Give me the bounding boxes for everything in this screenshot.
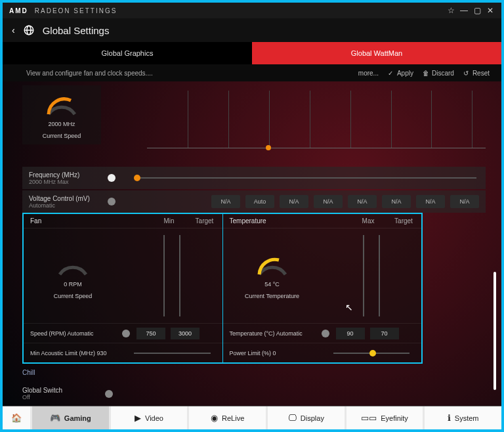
page-title: Global Settings [43,25,110,36]
temp-target-header: Target [386,217,421,225]
nav-video[interactable]: ▶Video [111,406,188,429]
nav-display[interactable]: 🖵Display [268,406,345,429]
tabs: Global Graphics Global WattMan [3,42,501,64]
tab-global-graphics[interactable]: Global Graphics [3,42,252,64]
voltage-option[interactable]: N/A [280,195,308,208]
reset-icon: ↺ [463,70,470,76]
power-slider[interactable] [333,353,410,354]
close-button[interactable]: ✕ [484,6,497,15]
back-button[interactable]: ‹ [12,25,15,35]
eyefinity-icon: ▭▭ [361,413,377,423]
temp-title: Temperature [223,217,351,225]
fan-min-header: Min [152,217,187,225]
fan-value: 0 RPM [53,281,93,288]
power-label: Power Limit (%) [230,350,272,356]
fan-target-slider[interactable] [179,235,180,316]
app-title: RADEON SETTINGS [35,7,117,14]
acoustic-slider[interactable] [134,353,211,354]
nav-eyefinity[interactable]: ▭▭Eyefinity [346,406,423,429]
voltage-option[interactable]: N/A [382,195,411,208]
chill-toggle[interactable] [105,390,113,398]
voltage-sub: Automatic [29,202,108,209]
highlighted-panels: Fan Min Target 0 RPM Current Speed [22,213,423,364]
gpu-speed-gauge: 2000 MHz Current Speed [22,85,101,144]
chill-switch-label: Global Switch [22,387,62,394]
temp-value: 54 °C [245,281,299,288]
voltage-option[interactable]: N/A [450,195,479,208]
temp-target-value[interactable]: 70 [370,328,399,339]
gauge-icon [42,92,81,118]
temp-label: Current Temperature [245,293,299,299]
page-header: ‹ Global Settings [3,18,501,42]
bottom-nav: 🏠 🎮Gaming ▶Video ◉ReLive 🖵Display ▭▭Eyef… [3,406,501,429]
frequency-sub: 2000 MHz Max [29,179,108,185]
voltage-option[interactable]: Auto [245,195,274,208]
info-icon: ℹ [448,413,451,423]
temp-row-label: Temperature (°C) [230,330,275,337]
temperature-panel: Temperature Max Target 54 °C Current Tem… [222,214,422,362]
temp-target-slider[interactable] [379,235,380,316]
voltage-option[interactable]: N/A [314,195,343,208]
discard-button[interactable]: 🗑Discard [423,70,454,77]
nav-relive[interactable]: ◉ReLive [189,406,266,429]
gamepad-icon: 🎮 [50,413,60,423]
frequency-slider[interactable] [134,177,476,179]
acoustic-label: Min Acoustic Limit (MHz) [30,350,95,356]
frequency-label: Frequency (MHz) [29,171,79,179]
temp-max-header: Max [350,217,386,225]
fan-min-slider[interactable] [163,235,165,316]
fan-speed-sub: Automatic [68,330,94,337]
action-bar: View and configure fan and clock speeds.… [3,64,501,81]
acoustic-value: 930 [97,350,107,356]
temp-max-slider[interactable] [363,235,364,316]
voltage-option[interactable]: N/A [211,195,240,208]
fan-target-header: Target [187,217,222,225]
display-icon: 🖵 [288,413,297,423]
chill-switch-state: Off [22,394,62,400]
brand-logo: AMD [9,7,28,14]
fan-speed-toggle[interactable] [122,330,130,337]
frequency-row: Frequency (MHz) 2000 MHz Max [22,167,486,189]
favorite-icon[interactable]: ☆ [445,6,458,15]
titlebar: AMD RADEON SETTINGS ☆ — ▢ ✕ [3,3,501,18]
nav-home[interactable]: 🏠 [3,406,30,429]
power-value: 0 [273,350,276,356]
more-button[interactable]: more... [358,70,379,77]
chill-section: Chill Global Switch Off [22,369,121,400]
frequency-toggle[interactable] [108,174,116,182]
voltage-options: N/A Auto N/A N/A N/A N/A N/A N/A [125,195,486,208]
fan-label: Current Speed [53,293,93,299]
voltage-option[interactable]: N/A [416,195,445,208]
trash-icon: 🗑 [423,70,429,76]
reset-button[interactable]: ↺Reset [463,70,490,77]
temp-max-value[interactable]: 90 [336,328,365,339]
fan-min-value[interactable]: 750 [136,328,165,339]
globe-icon [23,24,35,36]
temp-row-sub: Automatic [276,330,303,337]
minimize-button[interactable]: — [458,6,471,15]
clock-chart[interactable] [121,85,486,158]
tab-global-wattman[interactable]: Global WattMan [252,42,501,64]
voltage-label: Voltage Control (mV) [29,195,90,202]
nav-gaming[interactable]: 🎮Gaming [32,406,109,429]
voltage-row: Voltage Control (mV) Automatic N/A Auto … [22,190,486,213]
apply-button[interactable]: ✓Apply [388,70,413,77]
fan-panel: Fan Min Target 0 RPM Current Speed [24,214,222,362]
temp-gauge: 54 °C Current Temperature [223,228,322,323]
temp-toggle[interactable] [322,330,329,337]
maximize-button[interactable]: ▢ [471,6,484,15]
fan-gauge: 0 RPM Current Speed [24,228,122,323]
chart-axis [147,91,486,148]
nav-system[interactable]: ℹSystem [425,406,501,429]
fan-title: Fan [24,217,152,225]
check-icon: ✓ [388,70,394,76]
fan-target-value[interactable]: 3000 [171,328,200,339]
content-area: 2000 MHz Current Speed Frequency (MHz) 2… [3,81,501,406]
fan-speed-label: Speed (RPM) [30,330,66,337]
voltage-option[interactable]: N/A [348,195,377,208]
chart-point[interactable] [266,145,271,150]
voltage-toggle[interactable] [108,198,116,205]
scrollbar[interactable] [494,272,496,390]
play-icon: ▶ [135,413,141,423]
chill-title: Chill [22,369,121,376]
